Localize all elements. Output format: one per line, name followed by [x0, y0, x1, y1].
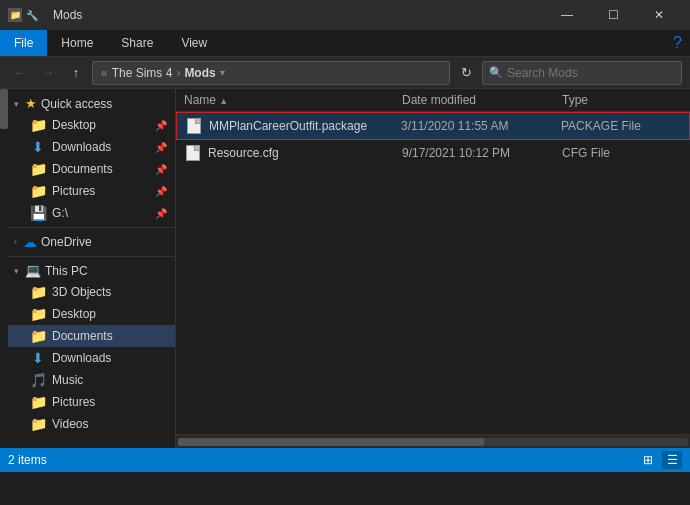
grid-view-button[interactable]: ⊞: [638, 451, 658, 469]
horizontal-scrollbar[interactable]: [176, 434, 690, 448]
table-row[interactable]: MMPlanCareerOutfit.package 3/11/2020 11:…: [176, 112, 690, 140]
pin-icon: 📌: [155, 142, 167, 153]
sidebar-item-desktop-qa[interactable]: 📁 Desktop 📌: [8, 114, 175, 136]
file-page-icon: [187, 118, 201, 134]
window-title: Mods: [53, 8, 82, 22]
file-date: 9/17/2021 10:12 PM: [402, 146, 562, 160]
path-sims4: The Sims 4: [112, 66, 173, 80]
path-chevron: ▾: [220, 67, 225, 78]
file-list-header: Name ▲ Date modified Type: [176, 89, 690, 112]
file-name: MMPlanCareerOutfit.package: [209, 119, 401, 133]
sidebar-item-downloads-qa[interactable]: ⬇ Downloads 📌: [8, 136, 175, 158]
close-button[interactable]: ✕: [636, 0, 682, 30]
pin-icon: 📌: [155, 120, 167, 131]
drive-icon: 💾: [30, 205, 46, 221]
sidebar-item-label: Documents: [52, 162, 113, 176]
path-separator: ›: [176, 66, 180, 80]
table-row[interactable]: Resource.cfg 9/17/2021 10:12 PM CFG File: [176, 140, 690, 166]
refresh-button[interactable]: ↻: [454, 61, 478, 85]
folder-blue-icon: 📁: [30, 416, 46, 432]
sidebar-item-label: Pictures: [52, 184, 95, 198]
folder-blue-icon: 📁: [30, 394, 46, 410]
sidebar-item-pictures-qa[interactable]: 📁 Pictures 📌: [8, 180, 175, 202]
sidebar-item-documents-pc[interactable]: 📁 Documents: [8, 325, 175, 347]
sidebar-item-label: Downloads: [52, 140, 111, 154]
sidebar-scroll-track[interactable]: [0, 89, 8, 448]
tab-share[interactable]: Share: [107, 30, 167, 56]
downloads-icon: ⬇: [30, 350, 46, 366]
file-rows: MMPlanCareerOutfit.package 3/11/2020 11:…: [176, 112, 690, 434]
sidebar-item-desktop-pc[interactable]: 📁 Desktop: [8, 303, 175, 325]
sidebar-item-label: Pictures: [52, 395, 95, 409]
minimize-button[interactable]: —: [544, 0, 590, 30]
sidebar-divider: [8, 227, 175, 228]
downloads-icon: ⬇: [30, 139, 46, 155]
file-list-area: Name ▲ Date modified Type MMPlanCareerOu…: [176, 89, 690, 448]
sidebar: ▾ ★ Quick access 📁 Desktop 📌 ⬇ Downloads…: [8, 89, 176, 448]
file-icon: [184, 144, 202, 162]
path-mods: Mods: [184, 66, 215, 80]
folder-teal-icon: 📁: [30, 328, 46, 344]
file-icon: [185, 117, 203, 135]
folder-blue-icon: 📁: [30, 161, 46, 177]
folder-blue-icon: 📁: [30, 117, 46, 133]
folder-3d-icon: 📁: [30, 284, 46, 300]
sidebar-item-documents-qa[interactable]: 📁 Documents 📌: [8, 158, 175, 180]
sort-arrow-icon: ▲: [219, 96, 228, 106]
ribbon: File Home Share View ?: [0, 30, 690, 57]
this-pc-label: This PC: [45, 264, 88, 278]
cloud-icon: ☁: [23, 234, 37, 250]
sidebar-item-label: 3D Objects: [52, 285, 111, 299]
folder-icon: 📁: [8, 8, 22, 22]
pin-icon: 📌: [155, 164, 167, 175]
sidebar-item-label: Music: [52, 373, 83, 387]
main-layout: ▾ ★ Quick access 📁 Desktop 📌 ⬇ Downloads…: [0, 89, 690, 448]
sidebar-item-music-pc[interactable]: 🎵 Music: [8, 369, 175, 391]
status-bar: 2 items ⊞ ☰: [0, 448, 690, 472]
sidebar-item-gdrive[interactable]: 💾 G:\ 📌: [8, 202, 175, 224]
sidebar-item-downloads-pc[interactable]: ⬇ Downloads: [8, 347, 175, 369]
sidebar-item-pictures-pc[interactable]: 📁 Pictures: [8, 391, 175, 413]
file-type: PACKAGE File: [561, 119, 681, 133]
col-header-date[interactable]: Date modified: [402, 93, 562, 107]
star-icon: ★: [25, 96, 37, 111]
onedrive-label: OneDrive: [41, 235, 92, 249]
tab-view[interactable]: View: [167, 30, 221, 56]
tab-file[interactable]: File: [0, 30, 47, 56]
search-box[interactable]: 🔍: [482, 61, 682, 85]
sidebar-section-onedrive[interactable]: › ☁ OneDrive: [8, 231, 175, 253]
up-button[interactable]: ↑: [64, 61, 88, 85]
file-type: CFG File: [562, 146, 682, 160]
file-date: 3/11/2020 11:55 AM: [401, 119, 561, 133]
col-header-name[interactable]: Name ▲: [184, 93, 402, 107]
this-pc-chevron: ▾: [14, 266, 19, 276]
help-icon[interactable]: ?: [673, 34, 682, 52]
tool-icon: 🔧: [25, 8, 39, 22]
back-button[interactable]: ←: [8, 61, 32, 85]
search-input[interactable]: [507, 66, 675, 80]
maximize-button[interactable]: ☐: [590, 0, 636, 30]
search-icon: 🔍: [489, 66, 503, 79]
list-view-button[interactable]: ☰: [662, 451, 682, 469]
sidebar-item-videos-pc[interactable]: 📁 Videos: [8, 413, 175, 435]
sidebar-item-label: Documents: [52, 329, 113, 343]
forward-button[interactable]: →: [36, 61, 60, 85]
music-icon: 🎵: [30, 372, 46, 388]
sidebar-item-label: Videos: [52, 417, 88, 431]
sidebar-item-label: G:\: [52, 206, 68, 220]
pin-icon: 📌: [155, 186, 167, 197]
sidebar-item-3d-objects[interactable]: 📁 3D Objects: [8, 281, 175, 303]
window-controls: — ☐ ✕: [544, 0, 682, 30]
title-bar-left: 📁 🔧 Mods: [8, 8, 82, 22]
view-controls: ⊞ ☰: [638, 451, 682, 469]
sidebar-section-quick-access[interactable]: ▾ ★ Quick access: [8, 93, 175, 114]
address-path[interactable]: « The Sims 4 › Mods ▾: [92, 61, 450, 85]
computer-icon: 💻: [25, 263, 41, 278]
sidebar-section-this-pc[interactable]: ▾ 💻 This PC: [8, 260, 175, 281]
folder-blue-icon: 📁: [30, 306, 46, 322]
tab-home[interactable]: Home: [47, 30, 107, 56]
item-count: 2 items: [8, 453, 47, 467]
title-bar-icons: 📁 🔧: [8, 8, 39, 22]
ribbon-tabs: File Home Share View ?: [0, 30, 690, 56]
col-header-type[interactable]: Type: [562, 93, 682, 107]
